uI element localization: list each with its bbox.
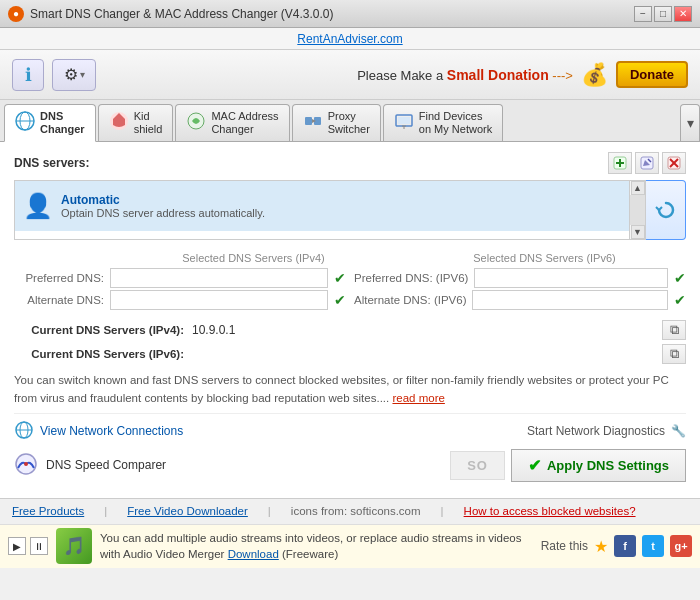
scroll-track[interactable]	[630, 195, 645, 225]
preferred-ipv6-check[interactable]: ✔	[674, 270, 686, 286]
dns-settings: Selected DNS Servers (IPv4) Selected DNS…	[14, 248, 686, 320]
dns-list-item[interactable]: 👤 Automatic Optain DNS server address au…	[15, 181, 629, 231]
alternate-dns-label: Alternate DNS:	[14, 294, 104, 306]
settings-button[interactable]: ⚙ ▾	[52, 59, 96, 91]
dns-servers-label: DNS servers:	[14, 156, 89, 170]
alternate-dns-check[interactable]: ✔	[334, 292, 346, 308]
facebook-button[interactable]: f	[614, 535, 636, 557]
info-icon: ℹ	[25, 64, 32, 86]
current-ipv4-value: 10.9.0.1	[192, 323, 654, 337]
website-link[interactable]: RentAnAdviser.com	[297, 32, 402, 46]
tab-find-devices[interactable]: Find Deviceson My Network	[383, 104, 503, 141]
preferred-dns-input[interactable]	[110, 268, 328, 288]
bottom-actions: View Network Connections Start Network D…	[14, 413, 686, 443]
diagnostics-label: Start Network Diagnostics	[527, 424, 665, 438]
download-link[interactable]: Download	[228, 548, 279, 560]
alternate-dns-input[interactable]	[110, 290, 328, 310]
toolbar: ℹ ⚙ ▾ Please Make a Small Donation ---> …	[0, 50, 700, 100]
mac-tab-label: MAC AddressChanger	[211, 110, 278, 136]
tab-dns-changer[interactable]: DNSChanger	[4, 104, 96, 142]
footer-bar: ▶ ⏸ 🎵 You can add multiple audio streams…	[0, 524, 700, 568]
network-icon	[14, 420, 34, 443]
preferred-ipv6-input[interactable]	[474, 268, 668, 288]
twitter-button[interactable]: t	[642, 535, 664, 557]
dns-item-text: Automatic Optain DNS server address auto…	[61, 193, 265, 219]
apply-dns-button[interactable]: ✔ Apply DNS Settings	[511, 449, 686, 482]
current-ipv4-row: Current DNS Servers (IPv4): 10.9.0.1 ⧉	[14, 320, 686, 340]
window-controls: − □ ✕	[634, 6, 692, 22]
googleplus-button[interactable]: g+	[670, 535, 692, 557]
scroll-up-button[interactable]: ▲	[631, 181, 645, 195]
rate-label: Rate this	[541, 539, 588, 553]
copy-ipv4-button[interactable]: ⧉	[662, 320, 686, 340]
pause-button[interactable]: ⏸	[30, 537, 48, 555]
how-to-link[interactable]: How to access blocked websites?	[464, 505, 636, 517]
icons-from-text: icons from: softicons.com	[291, 505, 421, 517]
dns-servers-header: DNS servers:	[14, 152, 686, 174]
info-button[interactable]: ℹ	[12, 59, 44, 91]
find-tab-icon	[394, 111, 414, 136]
refresh-dns-button[interactable]	[646, 180, 686, 240]
alternate-ipv6-input[interactable]	[472, 290, 668, 310]
view-network-button[interactable]: View Network Connections	[14, 420, 183, 443]
kid-tab-label: Kidshield	[134, 110, 163, 136]
app-icon: ●	[8, 6, 24, 22]
preferred-ipv6-group: Preferred DNS: (IPV6) ✔	[354, 268, 686, 288]
speed-compare-label: DNS Speed Comparer	[46, 458, 166, 472]
dns-list[interactable]: 👤 Automatic Optain DNS server address au…	[14, 180, 630, 240]
footer-text: You can add multiple audio streams into …	[100, 530, 533, 562]
svg-rect-8	[398, 117, 410, 124]
dns-titles-row: Selected DNS Servers (IPv4) Selected DNS…	[14, 252, 686, 264]
free-products-link[interactable]: Free Products	[12, 505, 84, 517]
info-text-content: You can switch known and fast DNS server…	[14, 374, 669, 403]
preferred-dns-label: Preferred DNS:	[14, 272, 104, 284]
maximize-button[interactable]: □	[654, 6, 672, 22]
speed-compare-area: DNS Speed Comparer	[14, 452, 166, 479]
preferred-dns-check[interactable]: ✔	[334, 270, 346, 286]
add-dns-button[interactable]	[608, 152, 632, 174]
kid-tab-icon	[109, 111, 129, 136]
diagnostics-icon: 🔧	[671, 424, 686, 438]
free-video-link[interactable]: Free Video Downloader	[127, 505, 248, 517]
proxy-tab-label: ProxySwitcher	[328, 110, 370, 136]
window-title: Smart DNS Changer & MAC Address Changer …	[30, 7, 333, 21]
dns-item-icon: 👤	[23, 192, 53, 220]
copy-ipv6-button[interactable]: ⧉	[662, 344, 686, 364]
alternate-ipv6-check[interactable]: ✔	[674, 292, 686, 308]
dns-toolbar	[608, 152, 686, 174]
star-icon[interactable]: ★	[594, 537, 608, 556]
tab-mac-address[interactable]: MAC AddressChanger	[175, 104, 289, 141]
donate-area: Please Make a Small Donation ---> 💰 Dona…	[357, 61, 688, 88]
menu-bar: RentAnAdviser.com	[0, 28, 700, 50]
dns-item-desc: Optain DNS server address automatically.	[61, 207, 265, 219]
scroll-down-button[interactable]: ▼	[631, 225, 645, 239]
edit-dns-button[interactable]	[635, 152, 659, 174]
close-button[interactable]: ✕	[674, 6, 692, 22]
diagnostics-button[interactable]: Start Network Diagnostics 🔧	[527, 424, 686, 438]
donate-button[interactable]: Donate	[616, 61, 688, 88]
footer-controls: ▶ ⏸	[8, 537, 48, 555]
tab-proxy-switcher[interactable]: ProxySwitcher	[292, 104, 381, 141]
dns-tab-icon	[15, 111, 35, 136]
proxy-tab-icon	[303, 111, 323, 136]
current-ipv6-label: Current DNS Servers (IPv6):	[14, 348, 184, 360]
ipv6-title: Selected DNS Servers (IPv6)	[403, 252, 686, 264]
status-sep-3: |	[441, 505, 444, 517]
tab-more-button[interactable]: ▾	[680, 104, 700, 141]
minimize-button[interactable]: −	[634, 6, 652, 22]
svg-rect-5	[305, 117, 312, 125]
footer-freeware: (Freeware)	[279, 548, 338, 560]
read-more-link[interactable]: read more	[392, 392, 444, 404]
delete-dns-button[interactable]	[662, 152, 686, 174]
rate-section: Rate this ★ f t g+	[541, 535, 692, 557]
alternate-ipv6-group: Alternate DNS: (IPV6) ✔	[354, 290, 686, 310]
current-ipv6-row: Current DNS Servers (IPv6): ⧉	[14, 344, 686, 364]
preferred-ipv4-group: Preferred DNS: ✔	[14, 268, 346, 288]
ipv4-title: Selected DNS Servers (IPv4)	[112, 252, 395, 264]
play-button[interactable]: ▶	[8, 537, 26, 555]
tab-kid-shield[interactable]: Kidshield	[98, 104, 174, 141]
sota-box: SO	[450, 451, 505, 480]
preferred-ipv6-label: Preferred DNS: (IPV6)	[354, 272, 468, 284]
app-icon-symbol: ●	[13, 8, 19, 19]
apply-right: SO ✔ Apply DNS Settings	[450, 449, 686, 482]
